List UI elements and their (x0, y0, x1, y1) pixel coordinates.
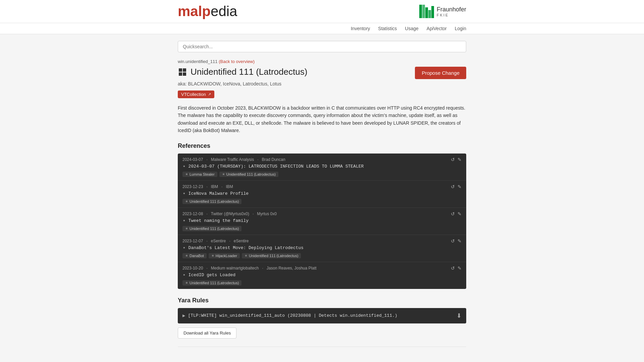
ref-author: Jason Reaves, Joshua Platt (267, 266, 317, 270)
page-header: Unidentified 111 (Latrodectus) Propose C… (178, 67, 466, 79)
tag-lumma-stealer[interactable]: ★ Lumma Stealer (182, 172, 217, 177)
doc-icon: ▪ (182, 272, 186, 278)
ref-history-button[interactable]: ↺ (451, 184, 455, 189)
ref-history-button[interactable]: ↺ (451, 265, 455, 271)
tag-unidentified-111[interactable]: ★ Unidentified 111 (Latrodectus) (219, 172, 278, 177)
ref-history-button[interactable]: ↺ (451, 238, 455, 244)
ref-author: Brad Duncan (262, 157, 285, 162)
propose-change-button[interactable]: Propose Change (415, 67, 466, 79)
doc-icon: ▪ (182, 191, 186, 197)
malware-description: First discovered in October 2023, BLACKW… (178, 104, 466, 134)
svg-rect-0 (419, 5, 422, 18)
svg-rect-2 (425, 7, 428, 18)
ref-meta: 2023-12-23 · IBM · IBM ↺ ✎ (182, 184, 462, 189)
ref-date: 2023-10-20 (182, 266, 203, 270)
back-to-overview-link[interactable]: (Back to overview) (219, 59, 255, 64)
navigation: Inventory Statistics Usage ApiVector Log… (0, 23, 644, 34)
malware-name: Unidentified 111 (Latrodectus) (191, 67, 307, 77)
ref-title: ▪ 2024-03-07 (THURSDAY): LATRODECTUS INF… (182, 164, 462, 170)
ref-edit-button[interactable]: ✎ (458, 265, 462, 271)
ref-title: ▪ DanaBot's Latest Move: Deploying Latro… (182, 245, 462, 251)
ref-author: eSentire (234, 239, 249, 243)
ref-title: ▪ IceNova Malware Profile (182, 191, 462, 197)
nav-login[interactable]: Login (455, 26, 466, 31)
yara-rule-row: ▶ [TLP:WHITE] win_unidentified_111_auto … (178, 308, 466, 323)
ref-meta: 2023-12-07 · eSentire · eSentire ↺ ✎ (182, 238, 462, 244)
tag-unidentified-111[interactable]: ★ Unidentified 111 (Latrodectus) (242, 253, 301, 258)
doc-icon: ▪ (182, 164, 186, 170)
aka-values: BLACKWIDOW, IceNova, Latrodectus, Lotus (188, 81, 281, 86)
yara-rule-text: ▶ [TLP:WHITE] win_unidentified_111_auto … (182, 313, 397, 318)
yara-play-button[interactable]: ▶ (182, 313, 185, 318)
ref-history-button[interactable]: ↺ (451, 157, 455, 162)
ref-tags: ★ Lumma Stealer ★ Unidentified 111 (Latr… (182, 172, 462, 177)
main-content: win.unidentified_111 (Back to overview) … (171, 34, 473, 359)
yara-title: Yara Rules (178, 297, 466, 304)
svg-rect-1 (422, 5, 425, 18)
ref-date: 2023-12-23 (182, 184, 203, 189)
logo-red: malp (178, 3, 211, 19)
ref-date: 2023-12-08 (182, 212, 203, 216)
nav-usage[interactable]: Usage (405, 26, 418, 31)
tag-danabot[interactable]: ★ DanaBot (182, 253, 207, 258)
search-input[interactable] (178, 41, 466, 52)
fraunhofer-icon (419, 5, 434, 18)
ref-meta: 2023-10-20 · Medium walmartglobaltech · … (182, 265, 462, 271)
ref-source: Twitter (@Myrtus0x0) (211, 212, 249, 216)
svg-rect-6 (183, 68, 186, 72)
svg-rect-8 (183, 72, 186, 76)
fraunhofer-sub: FKIE (437, 13, 466, 17)
ref-tags: ★ Unidentified 111 (Latrodectus) (182, 226, 462, 231)
ref-date: 2024-03-07 (182, 157, 203, 162)
ref-history-button[interactable]: ↺ (451, 211, 455, 217)
nav-statistics[interactable]: Statistics (378, 26, 397, 31)
ref-source: eSentire (211, 239, 226, 243)
tag-unidentified-111[interactable]: ★ Unidentified 111 (Latrodectus) (182, 199, 241, 204)
yara-rule-content: [TLP:WHITE] win_unidentified_111_auto (2… (188, 313, 397, 318)
external-link-icon: ↗ (208, 92, 211, 97)
yara-download-button[interactable]: ⬇ (457, 312, 462, 319)
doc-icon: ▪ (182, 245, 186, 251)
reference-item: 2023-12-07 · eSentire · eSentire ↺ ✎ ▪ D… (178, 235, 466, 262)
doc-icon: ▪ (182, 218, 186, 224)
references-list: 2024-03-07 · Malware Traffic Analysis · … (178, 154, 466, 289)
nav-inventory[interactable]: Inventory (351, 26, 370, 31)
ref-author: IBM (226, 184, 233, 189)
ref-tags: ★ Unidentified 111 (Latrodectus) (182, 199, 462, 204)
download-all-yara-button[interactable]: Download all Yara Rules (178, 327, 236, 339)
ref-source: Malware Traffic Analysis (211, 157, 254, 162)
vtcollection-badge[interactable]: VTCollection ↗ (178, 90, 214, 98)
ref-edit-button[interactable]: ✎ (458, 157, 462, 162)
reference-item: 2023-12-08 · Twitter (@Myrtus0x0) · Myrt… (178, 208, 466, 235)
ref-edit-button[interactable]: ✎ (458, 238, 462, 244)
nav-apivector[interactable]: ApiVector (427, 26, 447, 31)
yara-section: Yara Rules ▶ [TLP:WHITE] win_unidentifie… (178, 297, 466, 339)
reference-item: 2024-03-07 · Malware Traffic Analysis · … (178, 154, 466, 181)
tag-hijackloader[interactable]: ★ HijackLoader (209, 253, 240, 258)
reference-item: 2023-12-23 · IBM · IBM ↺ ✎ ▪ IceNova Mal… (178, 181, 466, 208)
ref-title: ▪ Tweet naming the family (182, 218, 462, 224)
aka-label: aka: (178, 81, 186, 86)
aka-line: aka: BLACKWIDOW, IceNova, Latrodectus, L… (178, 81, 466, 86)
logo-area: malpedia (178, 3, 237, 19)
ref-tags: ★ Unidentified 111 (Latrodectus) (182, 280, 462, 286)
logo-black: edia (211, 3, 237, 19)
fraunhofer-name: Fraunhofer (437, 6, 466, 13)
tag-unidentified-111[interactable]: ★ Unidentified 111 (Latrodectus) (182, 280, 241, 286)
breadcrumb: win.unidentified_111 (Back to overview) (178, 59, 466, 64)
ref-edit-button[interactable]: ✎ (458, 184, 462, 189)
vtcollection-label: VTCollection (181, 92, 206, 97)
site-header: malpedia Fraunhofer FKIE (0, 0, 644, 23)
ref-title: ▪ IcedID gets Loaded (182, 272, 462, 278)
ref-edit-button[interactable]: ✎ (458, 211, 462, 217)
page-title: Unidentified 111 (Latrodectus) (178, 67, 307, 77)
svg-rect-7 (179, 72, 182, 76)
ref-author: Myrtus 0x0 (257, 212, 277, 216)
ref-source: IBM (211, 184, 218, 189)
breadcrumb-id: win.unidentified_111 (178, 59, 218, 64)
ref-date: 2023-12-07 (182, 239, 203, 243)
references-title: References (178, 142, 466, 149)
svg-rect-4 (431, 6, 434, 18)
logo[interactable]: malpedia (178, 3, 237, 19)
tag-unidentified-111[interactable]: ★ Unidentified 111 (Latrodectus) (182, 226, 241, 231)
